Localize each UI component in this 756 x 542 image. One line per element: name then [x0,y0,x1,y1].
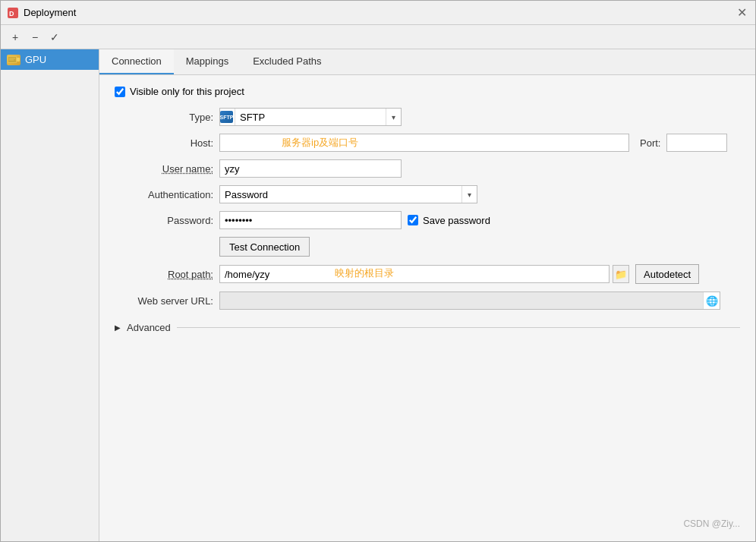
root-path-input[interactable] [219,265,610,283]
sidebar: GPU [1,49,99,541]
root-path-input-group: 📁 [219,265,629,283]
visible-only-label[interactable]: Visible only for this project [130,86,244,97]
host-label: Host: [115,137,213,149]
root-path-row: Root path: 📁 映射的根目录 Autodetect [115,264,740,284]
gpu-server-icon [7,55,20,65]
app-icon: D [7,7,19,19]
form-area: Visible only for this project Type: SFTP… [99,75,755,541]
advanced-section: ▶ Advanced [115,317,740,338]
auth-row: Authentication: Password ▾ [115,185,740,203]
auth-select-text: Password [220,189,461,200]
save-password-checkbox[interactable] [408,215,418,225]
port-input[interactable] [666,134,727,152]
window-title: Deployment [24,7,734,18]
sidebar-item-label: GPU [25,54,46,65]
title-bar: D Deployment ✕ [1,1,755,25]
svg-text:D: D [9,10,14,17]
tab-mappings[interactable]: Mappings [174,49,241,74]
test-connection-button[interactable]: Test Connection [219,237,310,257]
save-password-label[interactable]: Save password [423,215,490,226]
type-select-arrow-icon[interactable]: ▾ [386,109,401,125]
web-url-input-wrapper: 🌐 [219,291,720,310]
tab-excluded-paths[interactable]: Excluded Paths [241,49,333,74]
visible-only-checkbox[interactable] [115,87,125,97]
username-label: User name: [115,163,213,175]
auth-select-arrow-icon[interactable]: ▾ [461,186,477,203]
toolbar: + − ✓ [1,25,755,49]
folder-icon: 📁 [615,269,627,280]
add-button[interactable]: + [7,29,24,46]
web-url-row: Web server URL: 🌐 [115,291,740,310]
remove-button[interactable]: − [27,29,43,46]
type-row: Type: SFTP SFTP ▾ [115,108,740,126]
sftp-badge: SFTP [220,111,234,123]
save-password-row: Save password [408,215,490,226]
host-input[interactable] [219,134,629,152]
type-label: Type: [115,112,213,123]
password-row: Password: Save password [115,211,740,229]
port-label: Port: [640,137,660,149]
main-panel: Connection Mappings Excluded Paths Visib… [99,49,755,541]
type-select-text: SFTP [235,112,386,123]
type-select[interactable]: SFTP SFTP ▾ [219,108,402,126]
close-button[interactable]: ✕ [734,5,749,20]
web-url-input[interactable] [220,292,703,309]
browse-folder-button[interactable]: 📁 [613,265,629,283]
root-path-label: Root path: [115,269,213,280]
tabs: Connection Mappings Excluded Paths [99,49,755,75]
watermark: CSDN @Ziy... [683,518,740,529]
visible-only-row: Visible only for this project [115,86,740,97]
globe-icon: 🌐 [703,292,720,309]
sidebar-item-gpu[interactable]: GPU [1,49,99,70]
deployment-window: D Deployment ✕ + − ✓ [0,0,756,542]
svg-rect-4 [17,58,20,61]
test-connection-row: Test Connection [115,237,740,257]
auth-label: Authentication: [115,189,213,200]
host-row: Host: 服务器ip及端口号 Port: [115,134,740,152]
password-input[interactable] [219,211,402,229]
advanced-divider [177,327,740,328]
confirm-button[interactable]: ✓ [46,29,63,46]
sftp-type-icon: SFTP [220,109,235,125]
auth-select[interactable]: Password ▾ [219,185,477,203]
username-input[interactable] [219,159,402,178]
autodetect-button[interactable]: Autodetect [635,264,699,284]
password-label: Password: [115,215,213,226]
web-url-label: Web server URL: [115,295,213,307]
username-row: User name: [115,159,740,178]
tab-connection[interactable]: Connection [99,49,174,74]
advanced-expand-icon[interactable]: ▶ [115,323,121,332]
content-area: GPU Connection Mappings Excluded Paths [1,49,755,541]
advanced-label[interactable]: Advanced [127,322,171,333]
